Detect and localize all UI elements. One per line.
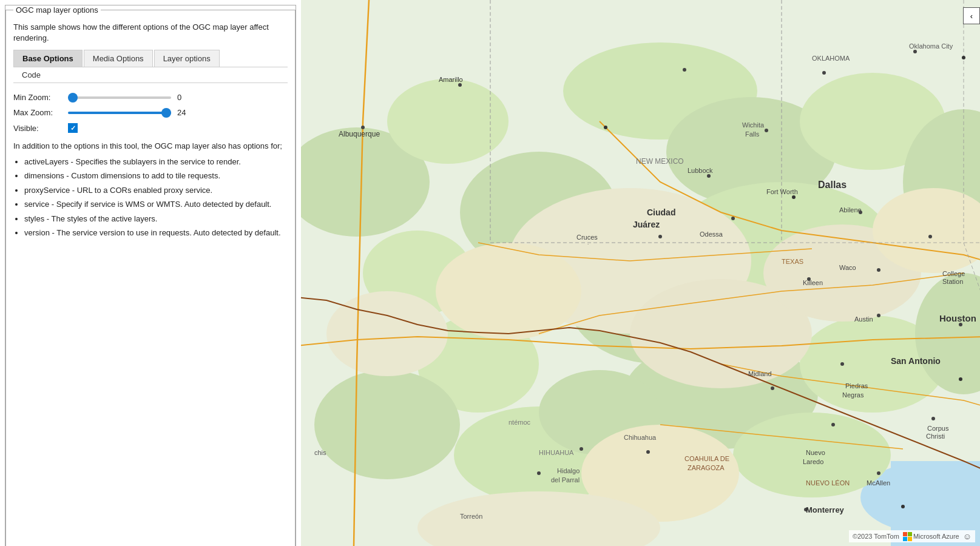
microsoft-azure-logo: Microsoft Azure (903, 532, 959, 541)
svg-text:Chihuahua: Chihuahua (624, 434, 657, 441)
panel-toggle-button[interactable]: ‹ (963, 7, 980, 24)
max-zoom-slider-wrap: 24 (68, 108, 288, 117)
svg-point-63 (877, 471, 880, 475)
svg-point-44 (792, 195, 796, 199)
panel-legend: OGC map layer options (13, 5, 101, 15)
min-zoom-slider[interactable] (68, 96, 171, 99)
svg-point-37 (604, 126, 607, 129)
svg-text:Wichita: Wichita (742, 121, 765, 129)
svg-text:Fort Worth: Fort Worth (766, 188, 798, 195)
min-zoom-row: Min Zoom: 0 (13, 93, 288, 102)
min-zoom-label: Min Zoom: (13, 93, 68, 102)
list-item: dimensions - Custom dimensions to add to… (24, 170, 288, 182)
svg-text:chis: chis (314, 449, 326, 456)
svg-text:San Antonio: San Antonio (891, 356, 941, 366)
svg-text:Waco: Waco (839, 264, 856, 271)
svg-text:Midland: Midland (748, 370, 772, 377)
tab-layer-options[interactable]: Layer options (154, 50, 220, 67)
svg-point-39 (822, 71, 826, 75)
svg-text:Monterrey: Monterrey (806, 505, 845, 514)
max-zoom-slider[interactable] (68, 112, 171, 114)
svg-point-52 (877, 314, 880, 317)
svg-point-59 (831, 423, 835, 426)
tabs-row: Base Options Media Options Layer options (13, 50, 288, 67)
chevron-left-icon: ‹ (970, 12, 973, 21)
svg-text:HIHUAHUA: HIHUAHUA (539, 449, 574, 456)
svg-text:ntémoc: ntémoc (509, 419, 531, 426)
panel-description: This sample shows how the different opti… (13, 22, 288, 44)
panel-fieldset: OGC map layer options This sample shows … (5, 5, 296, 546)
tab-base-options[interactable]: Base Options (13, 50, 83, 67)
svg-text:OKLAHOMA: OKLAHOMA (812, 55, 850, 62)
svg-point-38 (683, 68, 686, 72)
svg-point-41 (962, 56, 965, 59)
tomtom-attribution: ©2023 TomTom (853, 533, 899, 540)
extra-info: In addition to the options in this tool,… (13, 140, 288, 239)
list-item: service - Specify if service is WMS or W… (24, 198, 288, 211)
svg-text:Cruces: Cruces (576, 234, 598, 241)
svg-text:COAHUILA DE: COAHUILA DE (684, 455, 729, 462)
ms-logo-grid (903, 532, 912, 541)
ms-logo-green (908, 532, 912, 536)
svg-text:Christi: Christi (926, 433, 945, 440)
svg-point-57 (771, 386, 774, 390)
ms-logo-blue (903, 537, 907, 541)
svg-text:Amarillo: Amarillo (439, 76, 463, 83)
svg-text:Laredo: Laredo (803, 458, 823, 465)
extra-items-list: activeLayers - Specifies the sublayers i… (24, 156, 288, 239)
svg-point-36 (458, 83, 462, 87)
svg-text:Austin: Austin (854, 315, 873, 323)
svg-point-56 (840, 362, 844, 366)
svg-text:Negras: Negras (842, 391, 864, 399)
svg-text:Piedras: Piedras (845, 382, 868, 389)
svg-point-35 (361, 126, 365, 129)
svg-point-48 (928, 235, 932, 238)
tab-code[interactable]: Code (13, 67, 49, 83)
ms-logo-yellow (908, 537, 912, 541)
code-tab-row: Code (13, 67, 288, 83)
ms-azure-label: Microsoft Azure (913, 533, 959, 540)
max-zoom-label: Max Zoom: (13, 108, 68, 117)
svg-text:Ciudad: Ciudad (647, 207, 675, 217)
ms-logo-red (903, 532, 907, 536)
list-item: activeLayers - Specifies the sublayers i… (24, 156, 288, 168)
visible-checkbox[interactable] (68, 123, 78, 133)
svg-point-50 (877, 268, 880, 272)
svg-text:College: College (942, 270, 965, 277)
max-zoom-row: Max Zoom: 24 (13, 108, 288, 117)
tab-media-options[interactable]: Media Options (84, 50, 153, 67)
svg-text:Houston: Houston (939, 313, 976, 323)
map-attribution: ©2023 TomTom Microsoft Azure ☺ (849, 530, 975, 542)
svg-text:del Parral: del Parral (551, 476, 580, 484)
max-zoom-value: 24 (177, 108, 186, 117)
svg-point-47 (658, 235, 662, 238)
list-item: proxyService - URL to a CORs enabled pro… (24, 184, 288, 197)
svg-text:McAllen: McAllen (867, 479, 890, 487)
svg-point-55 (959, 377, 962, 381)
svg-point-61 (580, 447, 583, 451)
svg-point-42 (765, 129, 768, 132)
svg-text:Corpus: Corpus (927, 425, 949, 432)
svg-text:NEW MEXICO: NEW MEXICO (636, 157, 684, 166)
svg-point-60 (646, 450, 650, 454)
svg-point-43 (707, 174, 711, 178)
extra-intro: In addition to the options in this tool,… (13, 140, 288, 152)
svg-text:Juárez: Juárez (633, 220, 660, 229)
svg-text:NUEVO LÉON: NUEVO LÉON (806, 479, 850, 487)
min-zoom-slider-wrap: 0 (68, 93, 288, 102)
svg-point-40 (913, 50, 917, 53)
svg-text:·: · (587, 241, 589, 247)
svg-text:Oklahoma City: Oklahoma City (909, 42, 953, 50)
svg-point-64 (901, 505, 905, 508)
emoji-smile-icon: ☺ (963, 531, 972, 541)
svg-text:Falls: Falls (745, 130, 760, 138)
list-item: version - The service version to use in … (24, 227, 288, 239)
svg-text:Odessa: Odessa (700, 231, 723, 238)
visible-row: Visible: (13, 123, 288, 133)
min-zoom-value: 0 (177, 93, 181, 102)
svg-text:ZARAGOZA: ZARAGOZA (688, 464, 725, 471)
svg-point-23 (436, 243, 581, 340)
svg-text:TEXAS: TEXAS (782, 258, 803, 265)
svg-point-13 (314, 370, 460, 479)
svg-text:Abilene: Abilene (839, 206, 862, 214)
